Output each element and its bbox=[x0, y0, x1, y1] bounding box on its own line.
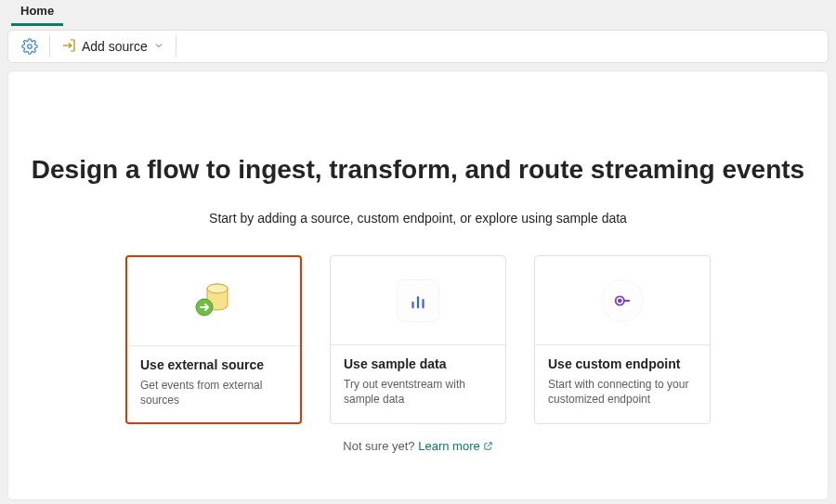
card-description: Get events from external sources bbox=[140, 378, 287, 407]
card-illustration bbox=[331, 256, 505, 345]
card-row: Use external source Get events from exte… bbox=[8, 255, 828, 424]
page-subhead: Start by adding a source, custom endpoin… bbox=[8, 211, 828, 226]
tab-home[interactable]: Home bbox=[11, 0, 63, 26]
page-headline: Design a flow to ingest, transform, and … bbox=[8, 155, 828, 185]
card-illustration bbox=[127, 257, 300, 346]
add-source-label: Add source bbox=[82, 39, 148, 54]
ribbon-divider bbox=[176, 35, 176, 58]
database-arrow-icon bbox=[188, 274, 240, 329]
tab-bar: Home bbox=[0, 0, 836, 26]
chevron-down-icon bbox=[153, 39, 164, 54]
card-body: Use sample data Try out eventstream with… bbox=[331, 345, 505, 421]
card-body: Use external source Get events from exte… bbox=[127, 346, 300, 422]
card-sample-data[interactable]: Use sample data Try out eventstream with… bbox=[330, 255, 506, 424]
card-description: Start with connecting to your customized… bbox=[548, 377, 697, 407]
ribbon-divider bbox=[49, 35, 50, 58]
card-custom-endpoint[interactable]: Use custom endpoint Start with connectin… bbox=[534, 255, 711, 424]
import-arrow-icon bbox=[61, 38, 76, 56]
svg-point-5 bbox=[619, 299, 621, 302]
svg-point-2 bbox=[207, 284, 228, 293]
ribbon: Add source bbox=[7, 30, 829, 63]
settings-button[interactable] bbox=[16, 33, 44, 59]
external-link-icon bbox=[483, 440, 493, 454]
learn-prefix: Not sure yet? bbox=[343, 439, 418, 453]
add-source-button[interactable]: Add source bbox=[56, 33, 170, 59]
card-description: Try out eventstream with sample data bbox=[344, 377, 492, 407]
card-body: Use custom endpoint Start with connectin… bbox=[535, 345, 710, 421]
bar-chart-icon bbox=[398, 280, 438, 321]
card-title: Use external source bbox=[140, 357, 287, 372]
card-external-source[interactable]: Use external source Get events from exte… bbox=[125, 255, 302, 424]
canvas: Design a flow to ingest, transform, and … bbox=[7, 71, 829, 500]
svg-point-0 bbox=[28, 45, 33, 49]
learn-more-row: Not sure yet? Learn more bbox=[8, 439, 828, 454]
card-illustration bbox=[535, 256, 710, 345]
card-title: Use custom endpoint bbox=[548, 356, 697, 371]
endpoint-icon bbox=[602, 280, 643, 321]
learn-more-link[interactable]: Learn more bbox=[418, 439, 492, 453]
gear-icon bbox=[21, 38, 38, 55]
card-title: Use sample data bbox=[344, 356, 492, 371]
